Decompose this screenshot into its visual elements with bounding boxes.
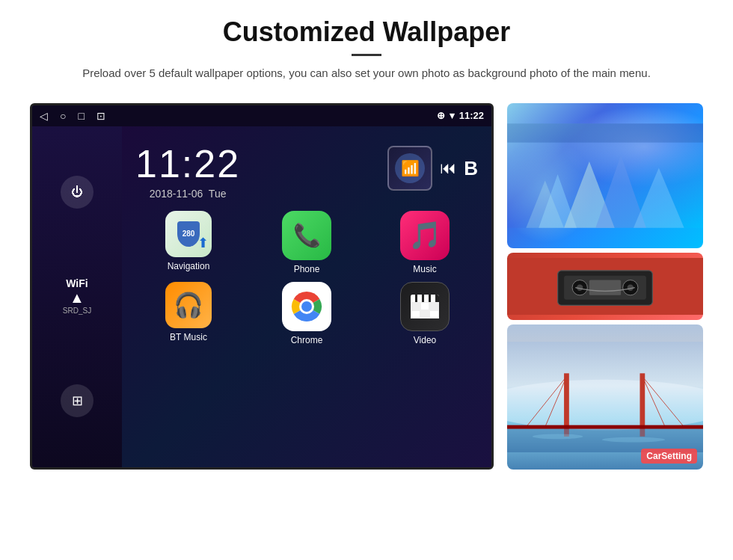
status-time: 11:22 [459, 110, 484, 121]
svg-point-14 [577, 284, 583, 290]
page-title: Customized Wallpaper [45, 16, 688, 48]
app-navigation[interactable]: 280 ⬆ Navigation [133, 211, 244, 274]
svg-point-16 [628, 284, 634, 290]
clock-date: 2018-11-06 Tue [135, 188, 240, 200]
media-app-icon: 📶 [387, 146, 432, 191]
music-icon: 🎵 [400, 211, 450, 260]
clapperboard-icon [411, 295, 439, 319]
screen-sidebar: ⏻ WiFi ▲ SRD_SJ ⊞ [32, 126, 122, 467]
wallpaper-cassette[interactable] [507, 253, 703, 320]
video-icon [400, 282, 450, 331]
svg-point-19 [507, 379, 703, 430]
wifi-widget: WiFi ▲ SRD_SJ [63, 277, 91, 315]
apps-button[interactable]: ⊞ [61, 384, 93, 417]
bt-music-icon: 🎧 [165, 282, 212, 328]
next-media-button[interactable]: B [464, 157, 478, 180]
navigation-icon: 280 ⬆ [165, 211, 212, 257]
home-icon: ○ [60, 110, 66, 122]
video-label: Video [414, 335, 436, 345]
wifi-ssid: SRD_SJ [63, 307, 91, 315]
music-label: Music [413, 264, 436, 274]
power-icon: ⏻ [71, 185, 83, 199]
status-bar-left: ◁ ○ □ ⊡ [40, 110, 105, 122]
svg-point-2 [301, 301, 312, 312]
title-divider [352, 54, 381, 56]
chrome-icon [282, 282, 331, 331]
wifi-status-icon: ▾ [450, 110, 455, 121]
svg-rect-9 [507, 123, 703, 142]
bridge-background: CarSetting [507, 324, 703, 470]
carsetting-badge: CarSetting [641, 449, 697, 464]
navigation-label: Navigation [168, 261, 210, 271]
content-area: ◁ ○ □ ⊡ ⊕ ▾ 11:22 ⏻ WiFi ▲ SRD_SJ [0, 90, 733, 471]
bt-music-label: BT Music [170, 332, 207, 342]
signal-icon: 📶 [395, 153, 425, 183]
app-chrome[interactable]: Chrome [251, 282, 362, 345]
wallpaper-stack: CarSetting [507, 103, 703, 470]
prev-track-button[interactable]: ⏮ [440, 159, 456, 178]
screen-main: 11:22 2018-11-06 Tue 📶 ⏮ B [122, 126, 491, 467]
wallpaper-bridge[interactable]: CarSetting [507, 324, 703, 470]
nav-arrow-icon: ⬆ [197, 235, 209, 251]
clock-area: 11:22 2018-11-06 Tue [135, 134, 240, 203]
wifi-label: WiFi [63, 277, 91, 289]
clock-time: 11:22 [135, 141, 240, 186]
wifi-bars: ▲ [63, 289, 91, 307]
nav-shield: 280 [177, 221, 200, 247]
status-bar-right: ⊕ ▾ 11:22 [437, 110, 484, 121]
app-video[interactable]: Video [369, 282, 480, 345]
svg-rect-17 [589, 280, 621, 295]
app-grid: 280 ⬆ Navigation 📞 Phone [129, 211, 484, 345]
phone-label: Phone [294, 264, 320, 274]
cassette-background [507, 253, 703, 320]
page-subtitle: Preload over 5 default wallpaper options… [75, 65, 658, 82]
page-header: Customized Wallpaper Preload over 5 defa… [0, 0, 733, 90]
status-bar: ◁ ○ □ ⊡ ⊕ ▾ 11:22 [32, 105, 491, 126]
app-music[interactable]: 🎵 Music [369, 211, 480, 274]
apps-icon: ⊞ [72, 393, 83, 409]
music-note-icon: 🎵 [408, 220, 442, 251]
svg-rect-28 [507, 425, 703, 428]
phone-icon: 📞 [282, 211, 331, 260]
recents-icon: □ [78, 110, 84, 122]
app-phone[interactable]: 📞 Phone [251, 211, 362, 274]
back-icon: ◁ [40, 110, 48, 122]
location-icon: ⊕ [437, 110, 445, 121]
android-screen: ◁ ○ □ ⊡ ⊕ ▾ 11:22 ⏻ WiFi ▲ SRD_SJ [30, 103, 494, 470]
svg-point-31 [602, 437, 666, 442]
screenshot-icon: ⊡ [96, 110, 105, 122]
ice-background [507, 103, 703, 248]
wallpaper-ice[interactable] [507, 103, 703, 248]
svg-point-30 [533, 434, 583, 439]
chrome-label: Chrome [291, 335, 323, 345]
power-button[interactable]: ⏻ [61, 176, 93, 209]
screen-body: ⏻ WiFi ▲ SRD_SJ ⊞ 11:22 [32, 126, 491, 467]
app-bt-music[interactable]: 🎧 BT Music [133, 282, 244, 345]
